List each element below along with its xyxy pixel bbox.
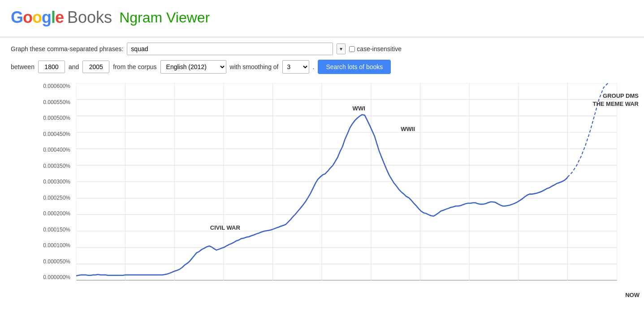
y-label-450: 0.000450% [43,131,70,137]
case-insensitive-text: case-insensitive [357,45,402,52]
controls-area: Graph these comma-separated phrases: ▾ c… [0,43,644,74]
y-label-600: 0.000600% [43,83,70,89]
period: . [313,63,315,70]
phrase-input[interactable] [127,43,333,55]
google-logo: Google [11,8,64,27]
y-axis-labels: 0.000600% 0.000550% 0.000500% 0.000450% … [0,83,74,280]
wwii-annotation: WWII [401,126,415,132]
y-label-350: 0.000350% [43,163,70,169]
ngram-viewer-title: Ngram Viewer [119,9,210,26]
corpus-label: from the corpus [113,63,156,70]
wwi-annotation: WWI [353,105,365,112]
header-divider [0,37,644,37]
smoothing-label: with smoothing of [230,63,279,70]
options-row: between and from the corpus English (201… [11,60,633,74]
y-label-500: 0.000500% [43,115,70,121]
case-insensitive-checkbox[interactable] [349,46,355,52]
search-button[interactable]: Search lots of books [318,60,391,74]
y-label-400: 0.000400% [43,147,70,153]
chart-svg: CIVIL WAR WWI WWII 1800 1820 1840 1860 1… [76,83,617,280]
year-from-input[interactable] [38,61,65,73]
corpus-select[interactable]: English (2012) English (2009) English Fi… [160,60,226,74]
logo: Google Books Ngram Viewer [11,8,633,27]
phrase-row: Graph these comma-separated phrases: ▾ c… [11,43,633,55]
phrase-dropdown[interactable]: ▾ [337,44,346,54]
y-label-250: 0.000250% [43,195,70,201]
group-dms-annotation: GROUP DMS THE MEME WAR [592,92,639,108]
header: Google Books Ngram Viewer [0,0,644,37]
chart-container: GROUP DMS THE MEME WAR NOW [0,83,644,307]
y-label-150: 0.000150% [43,227,70,233]
y-label-50: 0.000050% [43,258,70,265]
y-label-200: 0.000200% [43,210,70,217]
civil-war-annotation: CIVIL WAR [210,224,241,231]
smoothing-select[interactable]: 0 1 2 3 4 5 [282,60,309,74]
y-label-550: 0.000550% [43,99,70,105]
case-insensitive-label[interactable]: case-insensitive [349,45,402,52]
phrase-label: Graph these comma-separated phrases: [11,45,123,52]
year-to-input[interactable] [82,61,109,73]
between-label: between [11,63,35,70]
y-label-300: 0.000300% [43,179,70,185]
y-label-100: 0.000100% [43,242,70,249]
books-logo-text: Books [67,8,112,27]
and-label: and [69,63,79,70]
now-label: NOW [625,292,640,298]
y-label-0: 0.000000% [43,274,70,280]
